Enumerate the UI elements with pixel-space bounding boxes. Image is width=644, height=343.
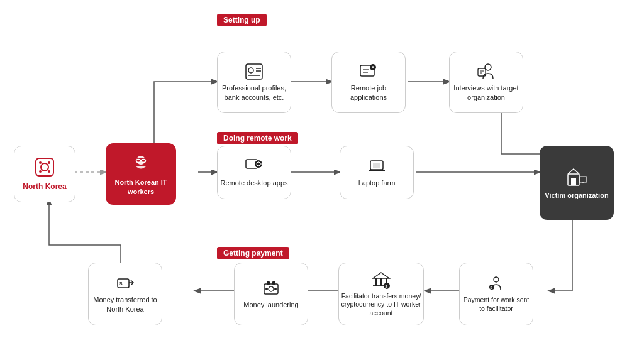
nk-workers-icon bbox=[130, 152, 152, 175]
laptop-farm-icon bbox=[367, 157, 386, 176]
professional-profiles-label: Professional profiles, bank accounts, et… bbox=[218, 84, 291, 102]
remote-desktop-label: Remote desktop apps bbox=[220, 178, 287, 188]
north-korea-label: North Korea bbox=[23, 182, 66, 192]
svg-rect-52 bbox=[375, 278, 377, 286]
interview-icon bbox=[477, 62, 496, 81]
money-transferred-label: Money transferred to North Korea bbox=[89, 295, 162, 314]
bank-icon: $ bbox=[372, 271, 391, 290]
svg-text:$: $ bbox=[386, 285, 387, 288]
svg-rect-9 bbox=[36, 158, 53, 176]
victim-org-icon bbox=[565, 165, 588, 188]
section-label-setting-up: Setting up bbox=[217, 14, 267, 26]
node-professional-profiles: Professional profiles, bank accounts, et… bbox=[217, 52, 291, 113]
money-laundering-label: Money laundering bbox=[243, 300, 298, 310]
svg-point-59 bbox=[269, 286, 274, 291]
node-money-laundering: Money laundering bbox=[234, 263, 308, 325]
node-remote-job-apps: Remote job applications bbox=[331, 52, 406, 113]
svg-rect-53 bbox=[380, 278, 382, 286]
node-nk-workers: North Korean IT workers bbox=[106, 143, 176, 205]
svg-point-48 bbox=[494, 277, 499, 282]
remote-job-apps-label: Remote job applications bbox=[332, 84, 405, 102]
node-facilitator-transfers: $ Facilitator transfers money/ cryptocur… bbox=[338, 263, 424, 325]
svg-text:$: $ bbox=[119, 281, 123, 286]
svg-point-10 bbox=[41, 163, 48, 171]
section-label-remote-work: Doing remote work bbox=[217, 132, 298, 144]
svg-point-21 bbox=[248, 68, 253, 73]
svg-rect-46 bbox=[579, 177, 587, 182]
svg-point-60 bbox=[265, 288, 268, 290]
remote-desktop-icon bbox=[245, 157, 264, 176]
svg-rect-45 bbox=[571, 178, 576, 185]
node-north-korea: North Korea bbox=[14, 146, 75, 202]
laptop-farm-label: Laptop farm bbox=[358, 178, 396, 188]
north-korea-icon bbox=[33, 156, 56, 178]
node-payment-facilitator: $ Payment for work sent to facilitator bbox=[459, 263, 533, 325]
svg-point-12 bbox=[48, 161, 50, 164]
svg-rect-62 bbox=[267, 281, 270, 285]
money-transfer-icon: $ bbox=[116, 274, 135, 293]
svg-point-13 bbox=[39, 170, 42, 173]
payment-facilitator-label: Payment for work sent to facilitator bbox=[460, 296, 533, 313]
node-victim-org: Victim organization bbox=[540, 146, 614, 220]
payment-icon: $ bbox=[487, 275, 506, 293]
svg-point-14 bbox=[48, 170, 50, 173]
section-label-getting-payment: Getting payment bbox=[217, 247, 289, 259]
svg-rect-63 bbox=[272, 281, 275, 285]
svg-point-11 bbox=[39, 161, 42, 164]
svg-marker-51 bbox=[373, 273, 389, 278]
node-money-transferred: $ Money transferred to North Korea bbox=[88, 263, 162, 325]
node-laptop-farm: Laptop farm bbox=[340, 146, 414, 199]
interviews-label: Interviews with target organization bbox=[450, 84, 523, 102]
remote-job-icon bbox=[359, 62, 378, 81]
victim-org-label: Victim organization bbox=[545, 191, 608, 200]
diagram: { "title": "North Korean IT Workers Diag… bbox=[0, 0, 644, 343]
profile-icon bbox=[245, 62, 264, 81]
nk-workers-label: North Korean IT workers bbox=[106, 178, 176, 196]
svg-point-61 bbox=[274, 288, 277, 290]
node-remote-desktop: Remote desktop apps bbox=[217, 146, 291, 199]
laundering-icon bbox=[262, 279, 280, 298]
svg-rect-42 bbox=[373, 163, 380, 168]
node-interviews: Interviews with target organization bbox=[449, 52, 523, 113]
svg-text:$: $ bbox=[491, 286, 492, 290]
facilitator-transfers-label: Facilitator transfers money/ cryptocurre… bbox=[339, 292, 423, 318]
